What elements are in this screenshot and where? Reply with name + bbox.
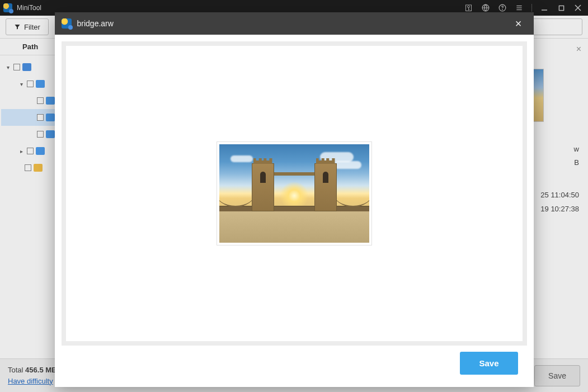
preview-canvas (62, 41, 527, 346)
modal-body: Save (55, 35, 534, 387)
preview-image (217, 142, 371, 245)
preview-modal: bridge.arw × Sav (55, 12, 534, 387)
modal-titlebar: bridge.arw × (55, 12, 534, 35)
modal-title-text: bridge.arw (77, 19, 114, 28)
modal-overlay: bridge.arw × Sav (0, 0, 588, 392)
app-logo-icon (62, 18, 72, 29)
modal-save-button[interactable]: Save (460, 352, 518, 375)
modal-footer: Save (62, 346, 527, 380)
close-icon[interactable]: × (510, 17, 527, 30)
